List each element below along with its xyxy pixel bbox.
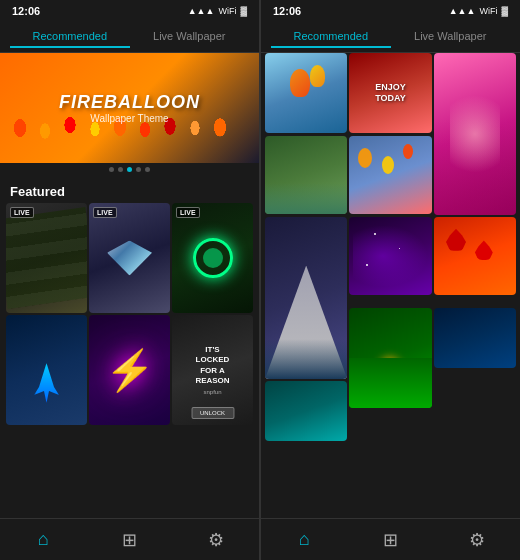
balloon-decor-2 — [310, 65, 325, 87]
wallpaper-item-dark-blue[interactable] — [434, 308, 516, 368]
wallpaper-item-galaxy[interactable] — [349, 217, 431, 295]
right-status-bar: 12:06 ▲▲▲ WiFi ▓ — [261, 0, 520, 22]
left-bottom-nav: ⌂ ⊞ ⚙ — [0, 518, 259, 560]
signal-icon: ▲▲▲ — [188, 6, 215, 16]
left-status-bar: 12:06 ▲▲▲ WiFi ▓ — [0, 0, 259, 22]
carousel-dots — [0, 163, 259, 176]
dot-1 — [109, 167, 114, 172]
locked-sub-text: snpfun — [192, 389, 233, 395]
left-nav-settings[interactable]: ⚙ — [173, 525, 259, 554]
flame-shape — [34, 363, 59, 403]
wallpaper-grid: ENJOY TODAY — [261, 53, 520, 445]
right-signal-icon: ▲▲▲ — [449, 6, 476, 16]
featured-item-lightning[interactable]: ⚡ — [89, 315, 170, 425]
right-panel: 12:06 ▲▲▲ WiFi ▓ Recommended Live Wallpa… — [260, 0, 520, 560]
right-nav-settings[interactable]: ⚙ — [434, 525, 520, 554]
wallpaper-item-balloons-pink-sky[interactable] — [349, 136, 431, 214]
field-grass — [349, 358, 431, 408]
star-3 — [366, 264, 368, 266]
star-1 — [374, 233, 376, 235]
locked-main-text: IT'S LOCKED FOR A REASON — [192, 345, 233, 387]
wallpaper-item-teal[interactable] — [265, 381, 347, 441]
featured-title: Featured — [0, 176, 259, 203]
lightning-shape: ⚡ — [105, 347, 155, 394]
featured-item-blue-flame[interactable] — [6, 315, 87, 425]
hero-subtitle: Wallpaper Theme — [59, 113, 200, 124]
right-status-icons: ▲▲▲ WiFi ▓ — [449, 6, 508, 16]
tab-recommended-left[interactable]: Recommended — [10, 26, 130, 48]
right-nav-apps[interactable]: ⊞ — [347, 525, 433, 554]
live-badge-3: LIVE — [176, 207, 200, 218]
hero-title: FIREBALLOON — [59, 92, 200, 113]
lake-water — [265, 183, 347, 214]
mountain-water — [265, 339, 347, 380]
galaxy-glow — [353, 225, 427, 287]
dot-2 — [118, 167, 123, 172]
left-nav-home[interactable]: ⌂ — [0, 525, 86, 554]
right-nav-home[interactable]: ⌂ — [261, 525, 347, 554]
hero-inner: FIREBALLOON Wallpaper Theme — [0, 53, 259, 163]
wallpaper-item-enjoy-today[interactable]: ENJOY TODAY — [349, 53, 431, 133]
wifi-icon: WiFi — [218, 6, 236, 16]
tab-recommended-right[interactable]: Recommended — [271, 26, 391, 48]
wallpaper-item-balloon-sky[interactable] — [265, 53, 347, 133]
money-pattern — [6, 207, 87, 309]
featured-item-diamond[interactable]: LIVE — [89, 203, 170, 313]
right-bottom-nav: ⌂ ⊞ ⚙ — [261, 518, 520, 560]
wallpaper-item-green-field[interactable] — [349, 308, 431, 408]
cherry-bloom — [450, 85, 499, 182]
dot-3 — [127, 167, 132, 172]
left-status-icons: ▲▲▲ WiFi ▓ — [188, 6, 247, 16]
featured-item-locked[interactable]: IT'S LOCKED FOR A REASON snpfun UNLOCK — [172, 315, 253, 425]
sky-balloon-2 — [382, 156, 394, 174]
right-wifi-icon: WiFi — [479, 6, 497, 16]
live-badge-1: LIVE — [10, 207, 34, 218]
left-status-time: 12:06 — [12, 5, 40, 17]
left-panel: 12:06 ▲▲▲ WiFi ▓ Recommended Live Wallpa… — [0, 0, 260, 560]
battery-icon: ▓ — [240, 6, 247, 16]
featured-grid: LIVE LIVE LIVE ⚡ IT' — [0, 203, 259, 431]
tab-live-wallpaper-left[interactable]: Live Wallpaper — [130, 26, 250, 48]
hero-banner[interactable]: FIREBALLOON Wallpaper Theme — [0, 53, 259, 163]
green-circle-shape — [193, 238, 233, 278]
wallpaper-item-lake[interactable] — [265, 136, 347, 214]
strawberry-1 — [446, 229, 466, 251]
right-content-area: ENJOY TODAY — [261, 53, 520, 518]
right-status-time: 12:06 — [273, 5, 301, 17]
enjoy-today-text: ENJOY TODAY — [375, 82, 406, 104]
wallpaper-item-cherry-blossom[interactable] — [434, 53, 516, 215]
left-content-area: FIREBALLOON Wallpaper Theme Featured LIV… — [0, 53, 259, 518]
dot-4 — [136, 167, 141, 172]
featured-item-money[interactable]: LIVE — [6, 203, 87, 313]
tab-live-wallpaper-right[interactable]: Live Wallpaper — [391, 26, 511, 48]
unlock-button[interactable]: UNLOCK — [191, 407, 234, 419]
hero-text-block: FIREBALLOON Wallpaper Theme — [59, 92, 200, 124]
right-tab-bar: Recommended Live Wallpaper — [261, 22, 520, 53]
wallpaper-item-strawberries[interactable] — [434, 217, 516, 295]
strawberry-2 — [475, 240, 493, 260]
locked-text-block: IT'S LOCKED FOR A REASON snpfun — [192, 345, 233, 395]
left-tab-bar: Recommended Live Wallpaper — [0, 22, 259, 53]
sky-balloon-3 — [403, 144, 413, 159]
diamond-shape — [107, 241, 152, 276]
live-badge-2: LIVE — [93, 207, 117, 218]
balloon-decor-1 — [290, 69, 310, 97]
dot-5 — [145, 167, 150, 172]
right-battery-icon: ▓ — [501, 6, 508, 16]
sky-balloon-1 — [358, 148, 372, 168]
wallpaper-item-mountain[interactable] — [265, 217, 347, 379]
featured-item-green-circle[interactable]: LIVE — [172, 203, 253, 313]
left-nav-apps[interactable]: ⊞ — [86, 525, 172, 554]
